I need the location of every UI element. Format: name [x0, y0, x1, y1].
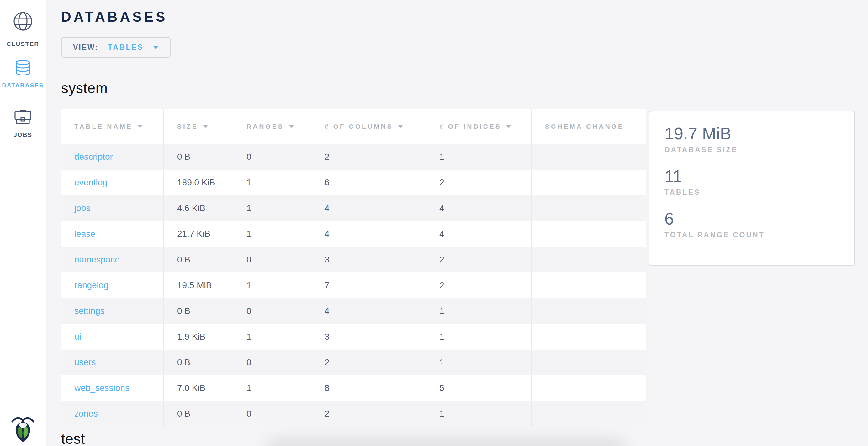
stat-label: DATABASE SIZE — [664, 145, 842, 154]
sort-caret-icon — [398, 125, 403, 128]
column-header--of-columns[interactable]: # OF COLUMNS — [311, 109, 426, 144]
cell-ranges: 0 — [233, 298, 311, 324]
cell-columns: 4 — [311, 196, 426, 221]
sidebar-item-jobs[interactable]: JOBS — [0, 109, 46, 138]
tables-table: TABLE NAMESIZERANGES# OF COLUMNS# OF IND… — [61, 109, 646, 426]
view-dropdown[interactable]: VIEW: TABLES — [61, 37, 170, 58]
cell-schema-change — [531, 196, 646, 221]
table-name-link[interactable]: eventlog — [74, 178, 107, 187]
table-row: namespace0 B032 — [61, 247, 646, 273]
table-row: lease21.7 KiB144 — [61, 221, 646, 247]
column-header-label: # OF COLUMNS — [324, 123, 393, 130]
cell-name: descriptor — [61, 144, 164, 170]
column-header-label: TABLE NAME — [74, 123, 133, 130]
table-row: eventlog189.0 KiB162 — [61, 170, 646, 196]
table-row: descriptor0 B021 — [61, 144, 646, 170]
cell-ranges: 0 — [233, 247, 311, 273]
cell-columns: 4 — [311, 221, 426, 247]
databases-icon — [15, 60, 31, 76]
cell-indices: 1 — [426, 401, 531, 426]
column-header-ranges[interactable]: RANGES — [233, 109, 311, 144]
cell-ranges: 1 — [233, 221, 311, 247]
column-header-size[interactable]: SIZE — [164, 109, 233, 144]
cell-name: eventlog — [61, 170, 164, 196]
cell-columns: 2 — [311, 401, 426, 426]
table-name-link[interactable]: rangelog — [74, 280, 108, 290]
cell-size: 0 B — [164, 247, 233, 273]
cell-size: 19.5 MiB — [164, 273, 233, 298]
cell-columns: 2 — [311, 349, 426, 375]
cell-indices: 2 — [426, 273, 531, 298]
briefcase-icon — [14, 109, 32, 125]
table-name-link[interactable]: lease — [74, 229, 95, 239]
cell-ranges: 1 — [233, 273, 311, 298]
cell-columns: 4 — [311, 298, 426, 324]
sidebar-item-databases[interactable]: DATABASES — [0, 60, 46, 89]
view-dropdown-label: VIEW: — [73, 43, 98, 52]
table-name-link[interactable]: web_sessions — [74, 383, 129, 393]
sidebar-item-label: CLUSTER — [7, 41, 39, 47]
cell-ranges: 1 — [233, 170, 311, 196]
cell-schema-change — [531, 349, 646, 375]
cell-columns: 8 — [311, 375, 426, 401]
cell-ranges: 1 — [233, 196, 311, 221]
stat-value: 11 — [664, 167, 842, 185]
table-name-link[interactable]: zones — [74, 409, 98, 418]
cell-size: 189.0 KiB — [164, 170, 233, 196]
cell-schema-change — [531, 324, 646, 349]
table-name-link[interactable]: descriptor — [74, 152, 113, 162]
cell-size: 0 B — [164, 144, 233, 170]
cell-schema-change — [531, 170, 646, 196]
cell-name: web_sessions — [61, 375, 164, 401]
stat-table-count: 11 TABLES — [664, 167, 842, 197]
cell-name: settings — [61, 298, 164, 324]
table-row: ui1.9 KiB131 — [61, 324, 646, 349]
cell-indices: 2 — [426, 170, 531, 196]
table-name-link[interactable]: namespace — [74, 254, 120, 264]
table-name-link[interactable]: ui — [74, 332, 81, 341]
cell-size: 0 B — [164, 401, 233, 426]
bottom-shadow — [266, 438, 626, 446]
cockroach-logo-icon[interactable] — [0, 415, 46, 443]
table-row: jobs4.6 KiB144 — [61, 196, 646, 221]
cell-name: zones — [61, 401, 164, 426]
cell-indices: 1 — [426, 349, 531, 375]
sidebar-item-label: DATABASES — [2, 82, 43, 89]
table-body: descriptor0 B021eventlog189.0 KiB162jobs… — [61, 144, 646, 426]
table-row: users0 B021 — [61, 349, 646, 375]
table-row: web_sessions7.0 KiB185 — [61, 375, 646, 401]
stat-database-size: 19.7 MiB DATABASE SIZE — [664, 124, 842, 154]
cell-columns: 6 — [311, 170, 426, 196]
table-name-link[interactable]: users — [74, 357, 96, 367]
cell-ranges: 1 — [233, 375, 311, 401]
sort-caret-icon — [506, 125, 511, 128]
table-header-row: TABLE NAMESIZERANGES# OF COLUMNS# OF IND… — [61, 109, 646, 144]
cell-columns: 7 — [311, 273, 426, 298]
sidebar-item-cluster[interactable]: CLUSTER — [0, 0, 46, 47]
table-name-link[interactable]: jobs — [74, 203, 90, 213]
cell-name: rangelog — [61, 273, 164, 298]
database-name-heading-system: system — [61, 80, 868, 96]
cell-indices: 1 — [426, 144, 531, 170]
stat-value: 19.7 MiB — [664, 124, 842, 143]
cell-ranges: 0 — [233, 401, 311, 426]
cell-schema-change — [531, 144, 646, 170]
page-title: DATABASES — [61, 10, 868, 24]
cell-name: lease — [61, 221, 164, 247]
cell-size: 1.9 KiB — [164, 324, 233, 349]
column-header--of-indices[interactable]: # OF INDICES — [426, 109, 531, 144]
cell-schema-change — [531, 247, 646, 273]
database-section-system: TABLE NAMESIZERANGES# OF COLUMNS# OF IND… — [61, 109, 868, 426]
cell-size: 21.7 KiB — [164, 221, 233, 247]
cell-name: jobs — [61, 196, 164, 221]
column-header-table-name[interactable]: TABLE NAME — [61, 109, 164, 144]
table-name-link[interactable]: settings — [74, 306, 105, 316]
cell-ranges: 0 — [233, 349, 311, 375]
globe-icon — [13, 11, 33, 31]
stat-label: TOTAL RANGE COUNT — [664, 231, 842, 239]
cell-schema-change — [531, 221, 646, 247]
sort-caret-icon — [138, 125, 142, 128]
sidebar-item-label: JOBS — [13, 132, 32, 138]
cell-ranges: 1 — [233, 324, 311, 349]
cell-indices: 5 — [426, 375, 531, 401]
